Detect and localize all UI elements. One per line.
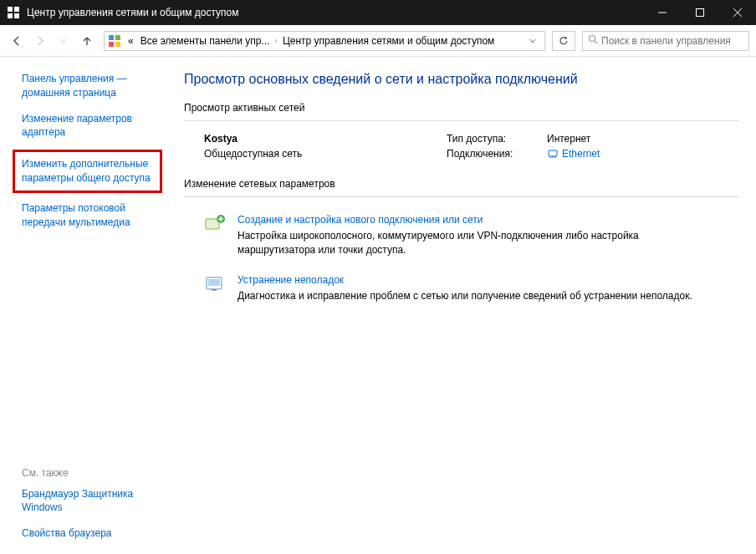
network-name: Kostya	[204, 133, 447, 145]
network-info: Kostya Общедоступная сеть Тип доступа: И…	[184, 133, 739, 178]
up-button[interactable]	[77, 31, 97, 51]
see-also-label: См. также	[22, 467, 157, 479]
connection-link[interactable]: Ethernet	[547, 148, 600, 160]
sidebar: Панель управления — домашняя страница Из…	[0, 57, 167, 554]
breadcrumb-item-0[interactable]: Все элементы панели упр...	[137, 35, 273, 47]
breadcrumb-prefix[interactable]: «	[125, 35, 137, 47]
svg-rect-11	[115, 42, 120, 47]
refresh-button[interactable]	[552, 31, 575, 51]
search-input[interactable]	[601, 35, 743, 47]
svg-rect-2	[8, 13, 13, 18]
breadcrumb[interactable]: « Все элементы панели упр... › Центр упр…	[104, 31, 545, 51]
content: Панель управления — домашняя страница Из…	[0, 57, 756, 554]
forward-button[interactable]	[30, 31, 50, 51]
action-troubleshoot-link[interactable]: Устранение неполадок	[238, 274, 344, 286]
sidebar-link-adapter[interactable]: Изменение параметров адаптера	[22, 112, 157, 140]
action-troubleshoot: Устранение неполадок Диагностика и испра…	[184, 269, 739, 315]
sidebar-link-firewall[interactable]: Брандмауэр Защитника Windows	[22, 487, 157, 516]
svg-rect-10	[109, 42, 114, 47]
sidebar-link-streaming[interactable]: Параметры потоковой передачи мультимедиа	[22, 201, 157, 230]
ethernet-icon	[547, 148, 559, 160]
sidebar-link-home[interactable]: Панель управления — домашняя страница	[22, 72, 157, 100]
action-new-connection-link[interactable]: Создание и настройка нового подключения …	[238, 214, 483, 226]
network-type: Общедоступная сеть	[204, 148, 447, 160]
active-networks-label: Просмотр активных сетей	[184, 102, 739, 114]
divider	[184, 196, 739, 197]
search-box[interactable]	[582, 31, 749, 51]
page-title: Просмотр основных сведений о сети и наст…	[184, 72, 739, 87]
sidebar-link-browser[interactable]: Свойства браузера	[22, 526, 157, 541]
svg-rect-5	[696, 9, 703, 17]
divider	[184, 120, 739, 121]
svg-rect-0	[8, 7, 13, 12]
svg-rect-24	[212, 289, 217, 291]
sidebar-link-sharing[interactable]: Изменить дополнительные параметры общего…	[13, 150, 162, 193]
action-new-connection-desc: Настройка широкополосного, коммутируемог…	[238, 229, 719, 257]
toolbar: « Все элементы панели упр... › Центр упр…	[0, 25, 756, 57]
svg-line-13	[595, 41, 597, 43]
new-connection-icon	[204, 214, 227, 234]
svg-rect-23	[208, 279, 220, 286]
change-settings-label: Изменение сетевых параметров	[184, 178, 739, 190]
breadcrumb-dropdown-icon[interactable]	[524, 35, 541, 47]
main-panel: Просмотр основных сведений о сети и наст…	[167, 57, 756, 554]
troubleshoot-icon	[204, 274, 227, 294]
action-new-connection: Создание и настройка нового подключения …	[184, 209, 739, 269]
control-panel-icon	[108, 34, 121, 48]
app-icon	[7, 6, 20, 19]
window-title: Центр управления сетями и общим доступом	[27, 7, 643, 18]
recent-dropdown[interactable]	[54, 31, 74, 51]
action-troubleshoot-desc: Диагностика и исправление проблем с сеть…	[238, 289, 719, 303]
minimize-button[interactable]	[643, 0, 681, 25]
chevron-right-icon: ›	[273, 36, 279, 45]
close-button[interactable]	[718, 0, 756, 25]
connection-link-label: Ethernet	[562, 148, 600, 160]
access-type-value: Интернет	[547, 133, 590, 145]
back-button[interactable]	[7, 31, 27, 51]
svg-rect-14	[549, 150, 557, 156]
svg-rect-1	[14, 7, 19, 12]
titlebar: Центр управления сетями и общим доступом	[0, 0, 756, 25]
connections-label: Подключения:	[447, 148, 547, 160]
svg-point-12	[590, 36, 595, 42]
breadcrumb-item-1[interactable]: Центр управления сетями и общим доступом	[279, 35, 498, 47]
search-icon	[588, 34, 598, 47]
svg-rect-9	[115, 35, 120, 40]
access-type-label: Тип доступа:	[447, 133, 547, 145]
svg-rect-8	[109, 35, 114, 40]
maximize-button[interactable]	[681, 0, 718, 25]
svg-rect-3	[14, 13, 19, 18]
